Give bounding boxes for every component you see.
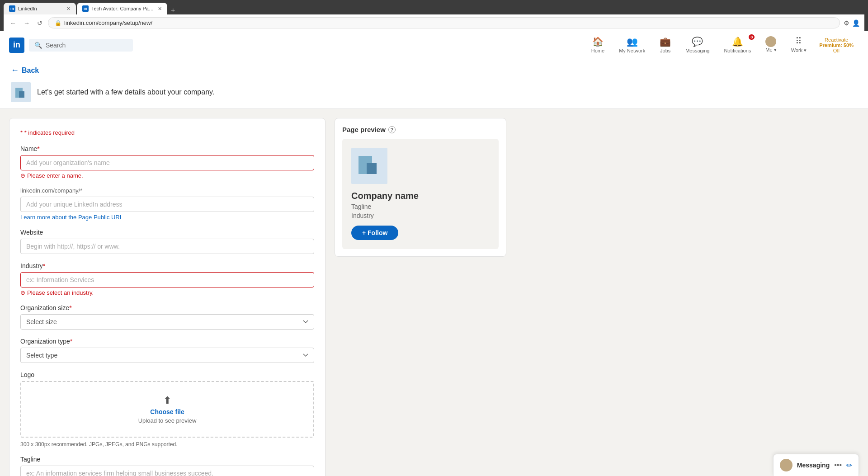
browser-tab-2[interactable]: in Tech Avator: Company Page A… ✕ (77, 3, 167, 14)
search-icon: 🔍 (34, 42, 42, 49)
premium-promo[interactable]: Reactivate Premium: 50% Off (814, 34, 859, 56)
home-icon: 🏠 (592, 36, 604, 47)
nav-jobs[interactable]: 💼 Jobs (652, 32, 678, 59)
back-arrow-icon: ← (11, 66, 19, 75)
industry-error-icon: ⊖ (20, 289, 25, 296)
tab2-title: Tech Avator: Company Page A… (91, 6, 155, 11)
upload-icon: ⬆ (163, 395, 171, 406)
nav-items: 🏠 Home 👥 My Network 💼 Jobs 💬 Messaging 🔔… (584, 31, 859, 59)
tagline-input[interactable] (20, 466, 314, 476)
url-input[interactable] (20, 197, 314, 212)
extensions-icon[interactable]: ⚙ (844, 19, 849, 27)
page-content: ← Back Let's get started with a few deta… (0, 59, 868, 476)
company-industry-preview: Industry (351, 212, 490, 219)
upload-sublabel: Upload to see preview (138, 417, 197, 424)
org-size-field-group: Organization size* Select size 1-10 11-5… (20, 304, 314, 330)
preview-title: Page preview ? (342, 126, 499, 133)
nav-notifications[interactable]: 🔔 8 Notifications (717, 32, 758, 59)
tab1-favicon: in (9, 5, 15, 12)
logo-label: Logo (20, 371, 314, 378)
learn-more-link[interactable]: Learn more about the Page Public URL (20, 214, 123, 221)
industry-input[interactable] (20, 272, 314, 287)
nav-network-label: My Network (619, 48, 645, 53)
refresh-button[interactable]: ↺ (35, 19, 44, 28)
website-field-group: Website (20, 229, 314, 254)
tagline-label: Tagline (20, 456, 314, 463)
nav-home[interactable]: 🏠 Home (584, 32, 612, 59)
profile-icon[interactable]: 👤 (852, 19, 860, 27)
org-size-label: Organization size* (20, 304, 314, 311)
premium-line1: Reactivate (825, 37, 848, 42)
org-type-label: Organization type* (20, 338, 314, 345)
page-header-text: Let's get started with a few details abo… (37, 88, 214, 96)
company-name-preview: Company name (351, 191, 490, 201)
address-bar[interactable]: 🔒 linkedin.com/company/setup/new/ (48, 17, 840, 28)
nav-messaging-label: Messaging (685, 48, 709, 53)
address-url: linkedin.com/company/setup/new/ (64, 19, 152, 26)
name-field-group: Name* ⊖ Please enter a name. (20, 145, 314, 179)
messaging-icon: 💬 (692, 36, 703, 47)
industry-label: Industry* (20, 262, 314, 269)
follow-button[interactable]: + Follow (351, 226, 398, 240)
browser-tab-1[interactable]: in LinkedIn ✕ (4, 3, 76, 14)
preview-help-icon[interactable]: ? (388, 126, 396, 133)
page-header: Let's get started with a few details abo… (11, 82, 857, 102)
name-label: Name* (20, 145, 314, 152)
org-type-select[interactable]: Select type Public Company Self-Employed… (20, 348, 314, 363)
tab2-favicon: in (82, 5, 89, 12)
premium-line2: Premium: 50% (819, 42, 854, 48)
org-type-field-group: Organization type* Select type Public Co… (20, 338, 314, 363)
nav-me-label: Me ▾ (765, 47, 776, 53)
url-prefix: linkedin.com/company/* (20, 187, 314, 194)
website-label: Website (20, 229, 314, 236)
tab2-close[interactable]: ✕ (158, 6, 162, 12)
notifications-badge: 8 (749, 34, 755, 40)
error-icon: ⊖ (20, 172, 25, 179)
name-error: ⊖ Please enter a name. (20, 172, 314, 179)
linkedin-logo[interactable]: in (9, 38, 24, 53)
company-logo-placeholder (351, 148, 387, 184)
nav-work[interactable]: ⠿ Work ▾ (784, 31, 814, 59)
browser-tabs: in LinkedIn ✕ in Tech Avator: Company Pa… (4, 3, 864, 14)
tagline-field-group: Tagline (20, 456, 314, 476)
preview-card: Page preview ? Company name Tagline Indu… (335, 118, 506, 257)
back-button[interactable]: ← (8, 19, 18, 28)
messaging-label: Messaging (797, 462, 830, 469)
page-top-bar: ← Back Let's get started with a few deta… (0, 59, 868, 109)
company-form: * * indicates required Name* ⊖ Please en… (9, 118, 326, 476)
company-icon (11, 82, 31, 102)
add-tab-button[interactable]: + (168, 6, 178, 14)
lock-icon: 🔒 (55, 20, 61, 26)
company-tagline-preview: Tagline (351, 203, 490, 210)
avatar (765, 36, 776, 47)
back-link[interactable]: ← Back (11, 66, 857, 75)
name-input[interactable] (20, 155, 314, 170)
nav-home-label: Home (591, 48, 604, 53)
network-icon: 👥 (627, 36, 638, 47)
company-preview-inner: Company name Tagline Industry + Follow (342, 139, 499, 249)
main-layout: * * indicates required Name* ⊖ Please en… (9, 118, 506, 476)
nav-jobs-label: Jobs (660, 48, 670, 53)
website-input[interactable] (20, 239, 314, 254)
forward-button[interactable]: → (22, 19, 32, 28)
compose-icon[interactable]: ✏ (846, 461, 852, 470)
org-size-select[interactable]: Select size 1-10 11-50 51-200 201-500 50… (20, 314, 314, 330)
nav-network[interactable]: 👥 My Network (612, 32, 652, 59)
messaging-dots[interactable]: ••• (834, 461, 842, 469)
nav-me[interactable]: Me ▾ (758, 32, 783, 58)
url-field-group: linkedin.com/company/* Learn more about … (20, 187, 314, 221)
search-bar[interactable]: 🔍 Search (29, 39, 133, 52)
nav-messaging[interactable]: 💬 Messaging (678, 32, 717, 59)
logo-upload-area[interactable]: ⬆ Choose file Upload to see preview (20, 381, 314, 438)
back-label: Back (22, 66, 39, 75)
svg-rect-2 (19, 91, 24, 98)
preview-section: Page preview ? Company name Tagline Indu… (335, 118, 506, 476)
tab1-close[interactable]: ✕ (66, 6, 71, 12)
nav-work-label: Work ▾ (791, 47, 807, 53)
browser-chrome: in LinkedIn ✕ in Tech Avator: Company Pa… (0, 0, 868, 31)
messaging-widget[interactable]: Messaging ••• ✏ (773, 454, 859, 476)
tab1-title: LinkedIn (18, 6, 64, 11)
messaging-avatar (780, 459, 793, 471)
work-icon: ⠿ (795, 36, 802, 47)
premium-line3: Off (833, 48, 840, 53)
